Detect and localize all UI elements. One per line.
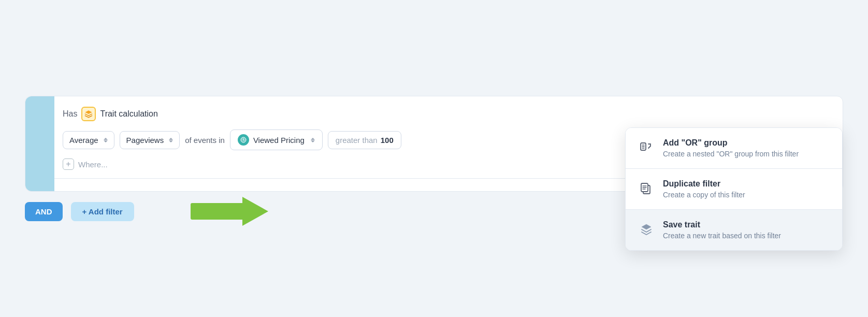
duplicate-desc: Create a copy of this filter — [663, 191, 745, 199]
of-events-label: of events in — [185, 136, 225, 145]
arrow-shaft — [191, 203, 242, 220]
where-plus-icon: + — [63, 159, 74, 170]
or-group-icon — [638, 139, 655, 156]
aggregate-select[interactable]: Average — [63, 131, 114, 149]
duplicate-icon — [638, 180, 655, 197]
left-accent — [25, 96, 54, 191]
menu-item-add-or-group[interactable]: Add "OR" group Create a nested "OR" grou… — [626, 128, 842, 168]
save-trait-title: Save trait — [663, 220, 781, 229]
has-label: Has — [63, 109, 77, 119]
or-group-desc: Create a nested "OR" group from this fil… — [663, 150, 799, 158]
arrow-head — [242, 197, 268, 226]
menu-item-save-trait[interactable]: Save trait Create a new trait based on t… — [626, 210, 842, 250]
menu-item-duplicate[interactable]: Duplicate filter Create a copy of this f… — [626, 169, 842, 209]
duplicate-text: Duplicate filter Create a copy of this f… — [663, 179, 745, 199]
event-select[interactable]: Viewed Pricing — [230, 129, 323, 150]
save-trait-desc: Create a new trait based on this filter — [663, 232, 781, 240]
arrow-container — [191, 197, 268, 226]
dropdown-menu: Add "OR" group Create a nested "OR" grou… — [625, 127, 843, 251]
header-row: Has Trait calculation — [63, 107, 830, 121]
duplicate-title: Duplicate filter — [663, 179, 745, 189]
main-container: Has Trait calculation Average — [25, 96, 843, 221]
clock-icon — [240, 137, 247, 143]
condition-value: 100 — [381, 136, 394, 145]
metric-chevron — [169, 138, 173, 142]
trait-icon-badge — [81, 107, 96, 121]
or-group-title: Add "OR" group — [663, 138, 799, 148]
event-icon — [238, 134, 249, 146]
event-chevron — [311, 138, 315, 142]
layers-icon — [84, 110, 93, 118]
save-trait-text: Save trait Create a new trait based on t… — [663, 220, 781, 240]
save-trait-icon — [638, 221, 655, 238]
condition-select[interactable]: greater than 100 — [328, 131, 401, 149]
add-filter-button[interactable]: + Add filter — [71, 202, 134, 221]
trait-calculation-label: Trait calculation — [100, 109, 157, 119]
filter-card: Has Trait calculation Average — [25, 96, 843, 192]
metric-select[interactable]: Pageviews — [120, 131, 180, 149]
aggregate-chevron — [104, 138, 108, 142]
or-group-text: Add "OR" group Create a nested "OR" grou… — [663, 138, 799, 158]
and-button[interactable]: AND — [25, 202, 63, 221]
